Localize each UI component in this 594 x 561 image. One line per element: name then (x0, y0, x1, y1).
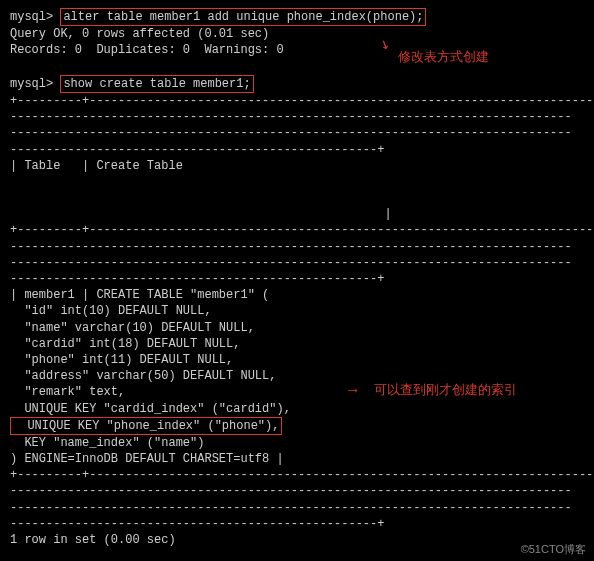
prompt-line-2: mysql> show create table member1; (10, 75, 584, 93)
create-table-line: | member1 | CREATE TABLE "member1" ( (10, 287, 584, 303)
blank-line (10, 548, 584, 561)
command-2-highlight: show create table member1; (60, 75, 253, 93)
watermark: ©51CTO博客 (521, 542, 586, 557)
separator-cont2: ----------------------------------------… (10, 125, 584, 141)
table-header: | Table | Create Table (10, 158, 584, 174)
create-key-phone: UNIQUE KEY "phone_index" ("phone"), (13, 419, 279, 433)
separator-cont2: ----------------------------------------… (10, 255, 584, 271)
header-end: | (10, 206, 584, 222)
blank-line (10, 174, 584, 190)
annotation-1: 修改表方式创建 (398, 48, 489, 66)
create-col-id: "id" int(10) DEFAULT NULL, (10, 303, 584, 319)
command-2[interactable]: show create table member1; (63, 77, 250, 91)
separator-cont2: ----------------------------------------… (10, 500, 584, 516)
create-col-phone: "phone" int(11) DEFAULT NULL, (10, 352, 584, 368)
command-1-highlight: alter table member1 add unique phone_ind… (60, 8, 426, 26)
create-key-cardid: UNIQUE KEY "cardid_index" ("cardid"), (10, 401, 584, 417)
separator-cont: ----------------------------------------… (10, 109, 584, 125)
create-col-cardid: "cardid" int(18) DEFAULT NULL, (10, 336, 584, 352)
phone-index-highlight: UNIQUE KEY "phone_index" ("phone"), (10, 417, 282, 435)
separator: +---------+-----------------------------… (10, 467, 584, 483)
create-col-name: "name" varchar(10) DEFAULT NULL, (10, 320, 584, 336)
command-1[interactable]: alter table member1 add unique phone_ind… (63, 10, 423, 24)
prompt-line-1: mysql> alter table member1 add unique ph… (10, 8, 584, 26)
mysql-prompt: mysql> (10, 10, 53, 24)
query-ok: Query OK, 0 rows affected (0.01 sec) (10, 26, 584, 42)
rowcount: 1 row in set (0.00 sec) (10, 532, 584, 548)
blank-line (10, 59, 584, 75)
separator-cont: ----------------------------------------… (10, 483, 584, 499)
arrow-icon-2: → (348, 381, 358, 403)
separator-cont: ----------------------------------------… (10, 239, 584, 255)
mysql-prompt: mysql> (10, 77, 53, 91)
annotation-2: 可以查到刚才创建的索引 (374, 381, 517, 399)
create-key-phone-wrap: UNIQUE KEY "phone_index" ("phone"), (10, 417, 584, 435)
separator-end: ----------------------------------------… (10, 516, 584, 532)
separator: +---------+-----------------------------… (10, 222, 584, 238)
create-key-name: KEY "name_index" ("name") (10, 435, 584, 451)
separator: +---------+-----------------------------… (10, 93, 584, 109)
separator-end: ----------------------------------------… (10, 271, 584, 287)
create-engine: ) ENGINE=InnoDB DEFAULT CHARSET=utf8 | (10, 451, 584, 467)
separator-end: ----------------------------------------… (10, 142, 584, 158)
blank-line (10, 190, 584, 206)
records-line: Records: 0 Duplicates: 0 Warnings: 0 (10, 42, 584, 58)
